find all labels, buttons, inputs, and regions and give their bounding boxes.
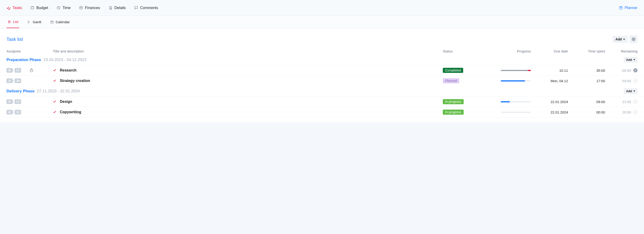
assignee-badge[interactable]: CC (14, 68, 21, 73)
tasklist-title: Task list (6, 37, 23, 42)
content-area: Task list Add Assignee Title and descrip… (0, 28, 644, 122)
remaining-cell: 20:00 (605, 110, 638, 114)
view-gantt[interactable]: Gantt (26, 16, 42, 28)
col-time-spent: Time spent (568, 49, 605, 53)
task-title[interactable]: Strategy creation (60, 79, 90, 83)
remaining-value: -05:00 (621, 69, 631, 72)
add-label: Add (626, 58, 632, 62)
progress-bar (501, 80, 531, 82)
tab-tasks-label: Tasks (12, 6, 22, 10)
caret-down-icon (633, 91, 635, 92)
phases-container: Preparation Phase23.10.2023 - 04.12.2023… (0, 55, 644, 117)
remaining-cell: -05:00 (605, 68, 638, 72)
assignee-cell: JSCC (6, 68, 53, 73)
tab-budget[interactable]: Budget (30, 6, 48, 10)
view-tabs: List Gantt Calendar (0, 16, 644, 28)
svg-rect-3 (620, 7, 622, 9)
col-progress: Progress (489, 49, 531, 53)
status-cell: In progress (443, 99, 489, 104)
task-check-icon[interactable] (53, 110, 56, 114)
status-badge[interactable]: Planned (443, 78, 459, 83)
svg-point-5 (633, 39, 634, 40)
task-title[interactable]: Design (60, 100, 72, 104)
task-title[interactable]: Research (60, 68, 76, 72)
tab-time-label: Time (62, 6, 71, 10)
assignee-badge[interactable]: CC (14, 99, 21, 104)
task-check-icon[interactable] (53, 69, 56, 72)
add-label: Add (616, 37, 622, 41)
phase-name[interactable]: Preparation Phase (6, 58, 41, 62)
task-check-icon[interactable] (53, 100, 56, 104)
title-cell: Strategy creation (53, 79, 443, 83)
phase-add-button[interactable]: Add (624, 57, 638, 63)
tab-time[interactable]: Time (56, 6, 71, 10)
tab-budget-label: Budget (36, 6, 48, 10)
status-badge[interactable]: In progress (443, 99, 464, 104)
tab-details-label: Details (114, 6, 126, 10)
assignee-badge[interactable]: JS (6, 110, 12, 114)
settings-button[interactable] (630, 35, 638, 43)
table-header: Assignee Title and description Status Pr… (0, 48, 644, 55)
due-date-cell: 22.01.2024 (531, 110, 568, 114)
progress-bar (501, 70, 531, 71)
assignee-cell: JSCC (6, 110, 53, 114)
add-button[interactable]: Add (613, 36, 628, 43)
col-remaining: Remaining (605, 49, 638, 53)
tab-finances-label: Finances (85, 6, 100, 10)
phase-name[interactable]: Delivery Phase (6, 89, 34, 94)
task-title[interactable]: Copywriting (60, 110, 81, 114)
planner-icon (619, 6, 623, 10)
view-list-label: List (13, 20, 18, 24)
assignee-badge[interactable]: CC (14, 110, 21, 114)
tab-details[interactable]: Details (108, 6, 126, 10)
assignee-badge[interactable]: JS (6, 79, 12, 83)
task-row[interactable]: JSCCResearchCompleted10.1135:00-05:00 (0, 65, 644, 75)
time-spent-cell: 35:00 (568, 69, 605, 72)
assignee-badge[interactable]: JS (6, 99, 12, 104)
comments-icon (134, 6, 138, 10)
view-gantt-label: Gantt (33, 20, 41, 24)
col-status: Status (443, 49, 489, 53)
time-spent-cell: 09:00 (568, 100, 605, 104)
progress-cell (489, 70, 531, 71)
tab-tasks[interactable]: Tasks (6, 6, 22, 10)
caret-down-icon (633, 59, 635, 60)
task-row[interactable]: JSJMStrategy creationPlannedMon, 04.1217… (0, 75, 644, 86)
view-calendar[interactable]: Calendar (49, 16, 71, 28)
assignee-badge[interactable]: JS (6, 68, 12, 73)
complete-toggle[interactable] (633, 100, 638, 104)
list-icon (8, 20, 11, 24)
planner-link[interactable]: Planner (619, 6, 638, 10)
gantt-icon (27, 20, 31, 24)
tab-comments-label: Comments (140, 6, 158, 10)
complete-toggle[interactable] (633, 110, 638, 114)
complete-toggle[interactable] (633, 68, 638, 72)
title-cell: Research (53, 68, 443, 72)
svg-rect-0 (31, 7, 34, 9)
due-date-cell: Mon, 04.12 (531, 79, 568, 83)
timer-icon[interactable] (30, 68, 34, 72)
complete-toggle[interactable] (633, 79, 638, 83)
task-row[interactable]: JSCCCopywritingIn progress22.01.202400:0… (0, 107, 644, 117)
tasklist-header: Task list Add (0, 33, 644, 48)
view-list[interactable]: List (6, 16, 19, 28)
col-assignee: Assignee (6, 49, 53, 53)
assignee-badge[interactable]: JM (14, 79, 21, 83)
phase-add-button[interactable]: Add (624, 88, 638, 94)
phase-dates: 23.10.2023 - 04.12.2023 (43, 58, 86, 62)
task-check-icon[interactable] (53, 79, 56, 83)
svg-rect-2 (80, 7, 82, 9)
phase-row: Preparation Phase23.10.2023 - 04.12.2023… (0, 55, 644, 65)
tab-comments[interactable]: Comments (134, 6, 158, 10)
calendar-icon (50, 20, 54, 24)
task-row[interactable]: JSCCDesignIn progress22.01.202409:0021:0… (0, 96, 644, 107)
status-cell: Completed (443, 68, 489, 73)
status-badge[interactable]: Completed (443, 68, 463, 73)
progress-cell (489, 101, 531, 102)
tab-finances[interactable]: Finances (79, 6, 100, 10)
progress-cell (489, 112, 531, 113)
caret-down-icon (623, 39, 625, 40)
status-badge[interactable]: In progress (443, 110, 464, 115)
title-cell: Design (53, 100, 443, 104)
col-due-date: Due date (531, 49, 568, 53)
